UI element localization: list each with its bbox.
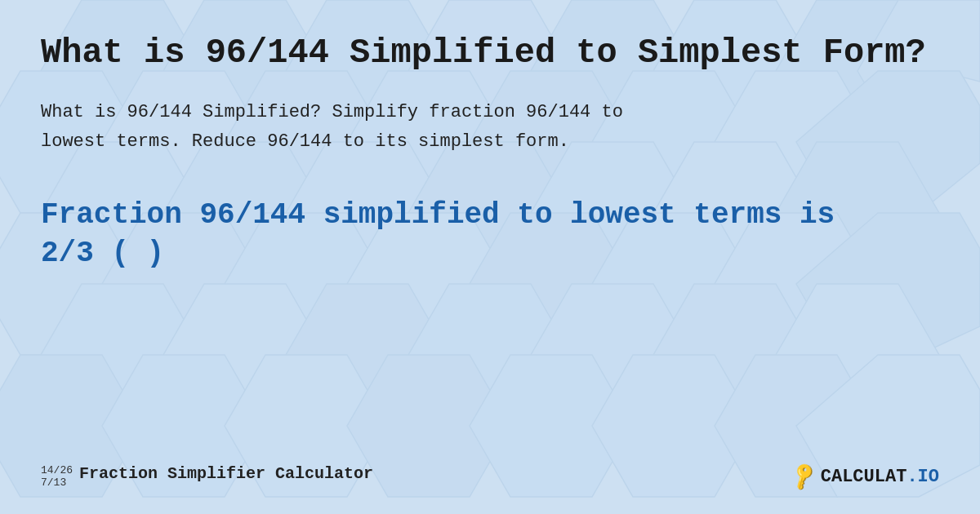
page-title: What is 96/144 Simplified to Simplest Fo… <box>41 33 939 73</box>
result-line1: Fraction 96/144 simplified to lowest ter… <box>41 198 835 232</box>
footer-left: 14/26 7/13 Fraction Simplifier Calculato… <box>41 464 373 490</box>
logo-section: 🔑 CALCULAT.IO <box>791 465 939 489</box>
brand-logo-text: CALCULAT.IO <box>821 467 939 487</box>
result-line2: 2/3 ( ) <box>41 237 164 270</box>
footer: 14/26 7/13 Fraction Simplifier Calculato… <box>41 456 939 490</box>
footer-brand-name: Fraction Simplifier Calculator <box>79 464 373 483</box>
result-text: Fraction 96/144 simplified to lowest ter… <box>41 197 939 273</box>
main-content: What is 96/144 Simplified to Simplest Fo… <box>0 0 980 514</box>
result-section: Fraction 96/144 simplified to lowest ter… <box>41 197 939 456</box>
key-icon: 🔑 <box>787 460 820 493</box>
description-line2: lowest terms. Reduce 96/144 to its simpl… <box>41 131 569 152</box>
fraction-stack: 14/26 7/13 <box>41 464 73 490</box>
brand-logo-io: .IO <box>906 467 939 487</box>
fraction-bottom: 7/13 <box>41 476 73 490</box>
fraction-top: 14/26 <box>41 464 73 477</box>
description-text: What is 96/144 Simplified? Simplify frac… <box>41 98 939 155</box>
description-line1: What is 96/144 Simplified? Simplify frac… <box>41 102 623 122</box>
